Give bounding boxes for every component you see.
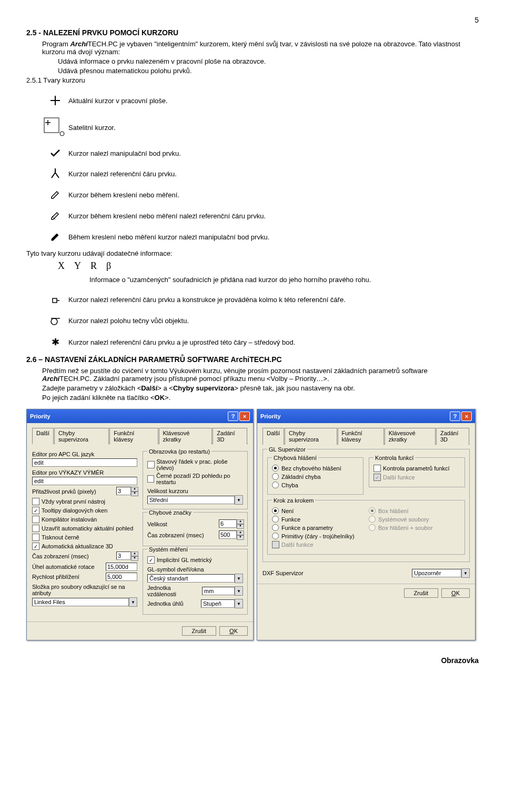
- label-pritazlivost: Přitažlivost prvků (pixely): [32, 488, 96, 495]
- help-button[interactable]: ?: [450, 412, 460, 421]
- checkbox-implicitni[interactable]: ✓: [147, 556, 155, 564]
- cancel-button[interactable]: Zrušit: [404, 588, 439, 598]
- tab-klavesove-zkratky[interactable]: Klávesové zkratky: [385, 428, 436, 445]
- txt: TECH.PC je vybaven "inteligentním" kurzo…: [42, 40, 460, 56]
- checkbox-cerne[interactable]: [147, 475, 154, 483]
- dropdown-icon[interactable]: ▼: [235, 574, 243, 583]
- extra-desc-2: Kurzor nalezl referenční čáru prvku a je…: [68, 338, 479, 346]
- label-funkce: Funkce: [281, 516, 300, 523]
- txt: Předtím než se pustíte do cvičení v tomt…: [42, 367, 428, 375]
- cursor-desc-4: Kurzor během kreslení nebo měření.: [68, 191, 479, 199]
- spinner[interactable]: ▲▼: [131, 487, 137, 496]
- radio-boxs: [369, 524, 376, 531]
- select-jednotka-uhlu[interactable]: Stupeň: [201, 599, 235, 608]
- checkbox-vzdy-vybrat[interactable]: [32, 498, 39, 505]
- input-cas-zobrazeni[interactable]: 3: [116, 552, 131, 560]
- input-editor-apc[interactable]: edit: [32, 458, 137, 467]
- radio-fap[interactable]: [272, 524, 279, 531]
- label-glsymbol: GL-symbol dveří/okna: [147, 566, 243, 573]
- checkbox-uzavrit[interactable]: [32, 525, 39, 532]
- select-dxf[interactable]: Upozorněr: [412, 569, 461, 577]
- input-velikost[interactable]: 6: [219, 519, 237, 528]
- label-fap: Funkce a parametry: [281, 525, 333, 531]
- radio-zakladni[interactable]: [272, 473, 279, 480]
- input-uhel-rotace[interactable]: 15,000d: [106, 563, 137, 571]
- checkbox-tisknout[interactable]: [32, 534, 39, 541]
- cursor-plus-icon: [42, 95, 68, 106]
- cancel-button[interactable]: Zrušit: [182, 626, 217, 636]
- label-jednotka-uhlu: Jednotka úhlů: [147, 600, 184, 607]
- info-y-icon: Y: [74, 260, 81, 272]
- spinner[interactable]: ▲▼: [237, 530, 243, 540]
- label-dalsi-funkce-2: Další funkce: [281, 542, 314, 548]
- txt: > přesně tak, jak jsou nastaveny na obr.: [234, 384, 355, 392]
- tab-zadani-3d[interactable]: Zadání 3D: [213, 428, 247, 444]
- radio-chyba[interactable]: [272, 482, 279, 488]
- checkbox-auto3d[interactable]: ✓: [32, 543, 39, 550]
- label-zakladni: Základní chyba: [281, 474, 321, 480]
- svg-rect-13: [53, 298, 57, 303]
- input-slozka[interactable]: Linked Files: [32, 598, 129, 606]
- svg-marker-12: [52, 234, 58, 240]
- label-uhel-rotace: Úhel automatické rotace: [32, 564, 95, 570]
- label-kompilator: Kompilátor instalován: [42, 516, 97, 523]
- spinner[interactable]: ▲▼: [237, 519, 243, 529]
- info-line: Tyto tvary kurzoru udávají dodatečné inf…: [26, 249, 479, 257]
- radio-funkce[interactable]: [272, 516, 279, 523]
- label-jednotka-vzd: Jednotka vzdálenosti: [147, 585, 200, 597]
- close-icon[interactable]: ×: [239, 412, 250, 421]
- label-velikost: Velikost: [147, 521, 167, 527]
- dropdown-icon[interactable]: ▼: [235, 586, 243, 596]
- input-pritazlivost[interactable]: 3: [116, 487, 131, 495]
- group-chybove-znacky: Chybové značky: [147, 509, 193, 516]
- radio-neni[interactable]: [272, 507, 279, 514]
- tab-dalsi[interactable]: Další: [262, 428, 284, 445]
- ok-bold: OK: [155, 394, 165, 402]
- cursor-tangent-icon: [42, 315, 68, 326]
- svg-line-7: [52, 173, 55, 178]
- para-2-6-3: Po jejich zadání klikněte na tlačítko <O…: [42, 394, 479, 402]
- label-slozka: Složka pro soubory odkazující se na atri…: [32, 584, 137, 596]
- input-editor-vykazy[interactable]: edit: [32, 477, 137, 485]
- help-button[interactable]: ?: [228, 412, 238, 421]
- group-obrazovka: Obrazovka (po restartu): [147, 448, 211, 455]
- ok-button[interactable]: OK: [219, 626, 248, 636]
- tab-chyby-supervizora[interactable]: Chyby supervizora: [285, 428, 337, 445]
- dropdown-icon[interactable]: ▼: [129, 597, 137, 607]
- spinner[interactable]: ▲▼: [131, 552, 137, 561]
- ok-button[interactable]: OK: [441, 588, 470, 598]
- dropdown-icon[interactable]: ▼: [235, 599, 243, 608]
- tab-chyby-supervizora[interactable]: Chyby supervizora: [54, 428, 109, 444]
- footer-obrazovka: Obrazovka: [26, 656, 479, 665]
- svg-point-15: [51, 318, 57, 325]
- label-vzdy-vybrat: Vždy vybrat první nástroj: [42, 498, 105, 505]
- dropdown-icon[interactable]: ▼: [235, 495, 243, 505]
- radio-prim[interactable]: [272, 533, 279, 539]
- radio-sys: [369, 516, 376, 523]
- select-jednotka-vzd[interactable]: mm: [202, 587, 235, 595]
- label-dalsi-funkce: Další funkce: [383, 474, 415, 480]
- info-desc: Informace o "uzamčených" souřadnicích je…: [89, 276, 479, 284]
- tab-klavesove-zkratky[interactable]: Klávesové zkratky: [159, 428, 213, 444]
- checkbox-tooltipy[interactable]: ✓: [32, 507, 39, 514]
- radio-bez[interactable]: [272, 465, 279, 472]
- close-icon[interactable]: ×: [461, 412, 472, 421]
- tab-funkcni-klavesy[interactable]: Funkční klávesy: [109, 428, 158, 444]
- checkbox-kompilator[interactable]: [32, 516, 39, 523]
- svg-point-5: [60, 132, 64, 136]
- cursor-desc-1: Satelitní kurzor.: [68, 124, 479, 132]
- tab-zadani-3d[interactable]: Zadání 3D: [436, 428, 469, 445]
- dropdown-icon[interactable]: ▼: [461, 568, 470, 578]
- cursor-pencil-icon: [42, 189, 68, 200]
- bullet-1: Udává informace o prvku nalezeném v prac…: [58, 57, 479, 65]
- tab-chyby-bold: Chyby supervizora: [173, 384, 234, 392]
- tab-funkcni-klavesy[interactable]: Funkční klávesy: [338, 428, 384, 445]
- label-editor-apc: Editor pro APC GL jazyk: [32, 451, 137, 457]
- input-rychlost-priblizeni[interactable]: 5,000: [106, 573, 137, 581]
- select-velikost-kurzoru[interactable]: Střední: [147, 496, 235, 504]
- checkbox-stavovy[interactable]: [147, 461, 155, 468]
- tab-dalsi[interactable]: Další: [32, 428, 54, 444]
- checkbox-kontrola-param[interactable]: [373, 465, 381, 472]
- input-cas-2[interactable]: 500: [219, 530, 237, 539]
- select-glsymbol[interactable]: Český standart: [147, 574, 235, 583]
